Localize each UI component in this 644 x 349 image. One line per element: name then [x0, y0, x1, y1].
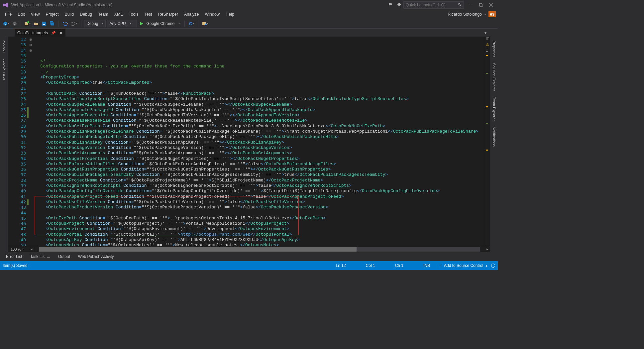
menu-file[interactable]: File	[2, 11, 15, 18]
nav-forward-button[interactable]	[11, 20, 18, 27]
menu-edit[interactable]: Edit	[15, 11, 28, 18]
pin-tab-icon[interactable]: 📌	[51, 31, 56, 35]
menu-analyze[interactable]: Analyze	[181, 11, 202, 18]
toolwindow-team-explorer[interactable]: Team Explorer	[491, 94, 497, 123]
tab-overflow-button[interactable]: ▾	[483, 29, 488, 37]
menu-xml[interactable]: XML	[111, 11, 126, 18]
svg-point-7	[3, 22, 7, 26]
search-icon	[458, 3, 462, 8]
menu-project[interactable]: Project	[43, 11, 62, 18]
browser-link-button[interactable]: ▾	[187, 20, 195, 27]
split-editor-icon[interactable]: ◫	[486, 37, 489, 40]
feedback-icon[interactable]	[388, 2, 393, 8]
solution-config-dropdown[interactable]: Debug▾	[84, 20, 106, 27]
toolwindow-notifications[interactable]: Notifications	[491, 124, 497, 149]
bottom-tab-error-list[interactable]: Error List	[3, 252, 26, 261]
outlining-margin[interactable]: ⊟⊟⊟	[28, 37, 33, 252]
menu-team[interactable]: Team	[95, 11, 111, 18]
toolwindow-properties[interactable]: Properties	[491, 38, 497, 60]
undo-button[interactable]: ▾	[61, 20, 69, 27]
right-tool-well: PropertiesSolution ExplorerTeam Explorer…	[490, 37, 498, 252]
toolwindow-test-explorer[interactable]: Test Explorer	[1, 57, 7, 83]
bottom-tab-output[interactable]: Output	[55, 252, 73, 261]
redo-button[interactable]: ▾	[70, 20, 78, 27]
svg-rect-4	[480, 4, 483, 7]
source-control-button[interactable]: ↑Add to Source Control▲	[440, 263, 488, 268]
workarea: ToolboxTest Explorer 1213141516171819202…	[0, 37, 498, 252]
toolwindow-toolbox[interactable]: Toolbox	[1, 38, 7, 56]
menubar: FileEditViewProjectBuildDebugTeamXMLTool…	[0, 10, 498, 19]
menu-resharper[interactable]: ReSharper	[155, 11, 181, 18]
titlebar: WebApplication1 - Microsoft Visual Studi…	[0, 0, 498, 10]
toolwindow-solution-explorer[interactable]: Solution Explorer	[491, 60, 497, 94]
status-ins: INS	[423, 263, 430, 268]
nav-back-button[interactable]: ▾	[2, 20, 10, 27]
status-ch: Ch 1	[395, 263, 403, 268]
notifications-icon[interactable]	[397, 2, 401, 8]
status-col: Col 1	[366, 263, 375, 268]
svg-point-8	[13, 22, 17, 26]
scroll-up-icon[interactable]: ▲	[485, 49, 488, 53]
hscroll-left[interactable]: ◂	[29, 247, 34, 251]
status-indicator-icon	[491, 264, 495, 268]
signed-in-user[interactable]: Ricardo Sotolongo	[446, 12, 484, 17]
maximize-button[interactable]	[476, 1, 486, 9]
vs-logo-icon	[2, 1, 9, 9]
open-file-button[interactable]	[33, 20, 40, 27]
save-all-button[interactable]	[49, 20, 55, 27]
minimize-button[interactable]	[466, 1, 476, 9]
menu-window[interactable]: Window	[202, 11, 222, 18]
quick-launch[interactable]	[403, 1, 464, 9]
menu-debug[interactable]: Debug	[77, 11, 95, 18]
menu-view[interactable]: View	[28, 11, 43, 18]
left-tool-well: ToolboxTest Explorer	[0, 37, 8, 252]
document-tab-active[interactable]: OctoPack.targets 📌 ✕	[15, 29, 65, 37]
window-title: WebApplication1 - Microsoft Visual Studi…	[11, 3, 112, 7]
bottom-tab-web-publish-activity[interactable]: Web Publish Activity	[75, 252, 117, 261]
tab-title: OctoPack.targets	[17, 31, 48, 35]
svg-line-1	[460, 5, 461, 6]
close-tab-icon[interactable]: ✕	[59, 31, 63, 36]
hscroll-right[interactable]: ▸	[485, 247, 490, 251]
menu-help[interactable]: Help	[223, 11, 237, 18]
menu-tools[interactable]: Tools	[126, 11, 141, 18]
svg-rect-14	[51, 22, 54, 26]
svg-rect-12	[43, 24, 45, 25]
extra-toolbar-button[interactable]: ▾	[201, 20, 209, 27]
solution-platform-dropdown[interactable]: Any CPU▾	[107, 20, 137, 27]
status-message: Item(s) Saved	[3, 263, 28, 268]
bottom-tab-task-list-[interactable]: Task List ...	[27, 252, 54, 261]
close-button[interactable]	[486, 1, 496, 9]
svg-point-0	[458, 3, 460, 5]
horizontal-scrollbar[interactable]	[39, 247, 480, 252]
standard-toolbar: ▾ ▾ ▾ ▾ Debug▾ Any CPU▾ Google Chrome▾ ▾…	[0, 19, 498, 29]
start-debug-button[interactable]	[138, 20, 145, 27]
editor-footer: 100 %▾ ◂ ▸	[8, 246, 490, 252]
save-button[interactable]	[41, 20, 48, 27]
menu-test[interactable]: Test	[142, 11, 155, 18]
document-tabstrip: OctoPack.targets 📌 ✕ ▾	[0, 29, 498, 37]
bottom-tool-tabs: Error ListTask List ...OutputWeb Publish…	[0, 252, 498, 261]
menu-build[interactable]: Build	[61, 11, 77, 18]
status-line: Ln 12	[336, 263, 346, 268]
quick-launch-input[interactable]	[406, 3, 458, 7]
zoom-level[interactable]: 100 %▾	[8, 247, 29, 251]
line-number-gutter: 1213141516171819202122232425262728293031…	[8, 37, 28, 252]
warning-indicator-icon[interactable]: ⚠	[486, 43, 489, 47]
editor-scroll-map[interactable]: ◫ ⚠ ▲	[484, 37, 490, 252]
user-avatar[interactable]: RS	[488, 11, 496, 17]
new-project-button[interactable]: ▾	[24, 20, 32, 27]
code-surface[interactable]: <!-- Configuration properties - you can …	[33, 37, 484, 252]
statusbar: Item(s) Saved Ln 12 Col 1 Ch 1 INS ↑Add …	[0, 261, 498, 270]
code-editor[interactable]: 1213141516171819202122232425262728293031…	[8, 37, 490, 252]
debug-target-dropdown[interactable]: Google Chrome▾	[146, 20, 182, 27]
